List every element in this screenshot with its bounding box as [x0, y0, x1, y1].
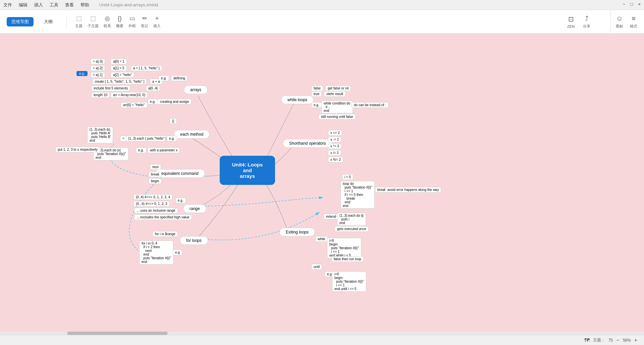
node-extend: extend	[324, 214, 338, 219]
menu-tools[interactable]: 工具	[50, 2, 58, 8]
node-arr5: arr[5] = "Hello"	[121, 102, 147, 108]
node-minus-eq: x -= 2	[328, 137, 341, 142]
node-array-new: arr = Array.new(10, 0)	[111, 92, 148, 98]
window-minimize[interactable]: −	[623, 2, 626, 7]
node-do-instead: do can be instead of :	[352, 102, 388, 108]
node-a-2: = a[-2]	[91, 65, 105, 71]
tool-share[interactable]: ⤴ 分享	[583, 15, 590, 29]
window-maximize[interactable]: □	[631, 2, 633, 7]
node-next: next	[150, 164, 161, 170]
tool-format[interactable]: ≡ 格式	[630, 15, 637, 29]
node-false-run: false then run loop	[331, 256, 364, 262]
branch-while-loops[interactable]: while loops	[281, 95, 314, 104]
node-eg8: e.g.	[311, 102, 322, 108]
node-for-example: for i in 0..4 if i < 2 then next end put…	[139, 240, 173, 265]
node-until-code: i=0 begin puts "Iteration #{i}" i += 1 e…	[332, 271, 366, 292]
node-slice: a[0..4]	[146, 85, 160, 91]
node-eg-blue: e.g.	[76, 71, 88, 76]
node-mod-eq: x %= 2	[328, 157, 343, 162]
canvas[interactable]: Unit4: Loops andarrays arrays e.g. = a[-…	[0, 33, 644, 345]
node-put123: put 1, 2, 3 to x respectively	[55, 147, 100, 152]
zoom-minus[interactable]: −	[616, 337, 619, 343]
zoom-plus[interactable]: +	[634, 337, 637, 343]
node-inclusive: ... uses an inclusive range	[134, 208, 178, 213]
node-each-block: (1..3).each do puts 'Hello A' puts 'Hell…	[87, 127, 113, 143]
node-param-x: with a parameter x	[148, 147, 180, 153]
node-while2: while	[315, 236, 328, 242]
menu-view[interactable]: 查看	[65, 2, 74, 8]
node-extend-code: (1..3).each do |i| puts i end	[337, 213, 366, 226]
branch-equivalent[interactable]: equivalent command	[155, 169, 205, 178]
menu-help[interactable]: 帮助	[80, 2, 89, 8]
node-defining: defining	[171, 75, 187, 81]
node-a2: a[2] = "hello"	[111, 72, 134, 78]
node-avoid-error: avoid error happens along the way	[385, 187, 441, 193]
node-a-1: = a[-1]	[91, 72, 105, 78]
topics-label: 主题：	[593, 337, 605, 343]
view-tab-mindmap[interactable]: 思维导图	[7, 17, 34, 26]
tool-insert[interactable]: + 插入	[153, 15, 161, 28]
node-eg5: e.g.	[136, 147, 146, 153]
node-creating-assign: creating and assign	[158, 99, 192, 105]
branch-exiting-loops[interactable]: Exiting loops	[279, 228, 315, 236]
node-eg4: e.g.	[167, 136, 177, 141]
node-for-range: for i in $range	[153, 231, 178, 237]
branch-range[interactable]: range	[183, 204, 206, 213]
branch-shorthand[interactable]: Shorthand operators	[283, 139, 332, 148]
node-eg6: e.g.	[175, 198, 186, 203]
node-gets-executed: gets executed once	[335, 226, 369, 232]
node-range2: (0...4) #==> 0, 1, 2, 3	[133, 201, 170, 207]
node-while-code: i=0 begin puts "Iteration #{i}" i += 1 e…	[327, 238, 361, 258]
node-div-eq: x /= 2	[328, 150, 341, 156]
node-brace: {}	[170, 118, 177, 124]
node-eg3: e.g.	[159, 75, 169, 81]
tool-icon[interactable]: ☺ 图标	[616, 15, 623, 29]
branch-for-loops[interactable]: for loops	[180, 236, 208, 245]
node-length: length 10	[91, 92, 110, 98]
window-title: Unit4-Loops-and-arrays.xmind	[99, 2, 158, 7]
window-close[interactable]: ×	[638, 2, 641, 7]
zoom-level: 58%	[623, 338, 631, 343]
tool-frame[interactable]: ▭ 外框	[128, 15, 136, 28]
node-a1: a[1] = 5	[111, 65, 127, 71]
node-eg2: e.g.	[148, 99, 158, 105]
scrollbar-thumb-h[interactable]	[67, 332, 168, 335]
node-each-inline: (1..3).each { puts "Hello" }	[126, 136, 169, 141]
node-until: until	[311, 264, 322, 270]
node-break: break	[149, 171, 162, 177]
tool-summary[interactable]: {} 概要	[116, 15, 123, 28]
node-plus-eq: x += 2	[328, 130, 342, 136]
node-a0: a[0] = 1	[111, 59, 127, 64]
scrollbar-horizontal[interactable]	[0, 332, 644, 335]
tool-connect[interactable]: ◎ 联系	[104, 15, 111, 28]
tool-zen[interactable]: ⊡ ZEN	[567, 15, 575, 28]
node-false: false	[311, 85, 323, 91]
tool-subtopic[interactable]: ⬚ 子主题	[88, 15, 99, 28]
branch-each-method[interactable]: each method	[174, 130, 210, 139]
branch-arrays[interactable]: arrays	[184, 85, 208, 94]
menu-edit[interactable]: 编辑	[19, 2, 28, 8]
status-bar: 🗺 主题： 75 − 58% +	[0, 335, 644, 345]
center-node[interactable]: Unit4: Loops andarrays	[220, 156, 275, 185]
tool-topic[interactable]: ⬚ 主题	[75, 15, 83, 28]
node-eg7: e.g	[173, 250, 182, 255]
view-tab-outline[interactable]: 大纲	[39, 17, 58, 27]
topics-count: 75	[608, 338, 613, 343]
menu-bar: 文件 编辑 插入 工具 查看 帮助 Unit4-Loops-and-arrays…	[0, 0, 644, 10]
node-i0: i = 0	[342, 174, 353, 180]
node-range1: (0..4) #==> 0, 1, 2, 3, 4	[133, 194, 172, 200]
node-array-literal: a = [ 1, 5, "hello" ]	[131, 65, 162, 71]
node-true: true	[311, 91, 322, 97]
node-while-syntax: while condition do #... end	[321, 100, 353, 114]
tool-note[interactable]: ✏ 笔记	[141, 15, 148, 28]
node-false-result: get false or nil	[325, 85, 351, 91]
toolbar: 思维导图 大纲 ⬚ 主题 ⬚ 子主题 ◎ 联系 {} 概要 ▭ 外框 ✏ 笔记	[0, 10, 644, 33]
node-loop-do: loop do puts "Iteration #{i}" i += 1 if …	[340, 181, 375, 209]
menu-insert[interactable]: 插入	[34, 2, 43, 8]
node-times-eq: x *= 3	[328, 143, 341, 149]
node-create: create [ 1, 5, "hello", 1, 5, "hello" ]	[92, 79, 147, 84]
map-icon: 🗺	[584, 337, 590, 343]
menu-file[interactable]: 文件	[3, 2, 12, 8]
node-true-result: otehr result	[324, 91, 345, 97]
node-first5: include first 5 elements	[91, 85, 130, 91]
